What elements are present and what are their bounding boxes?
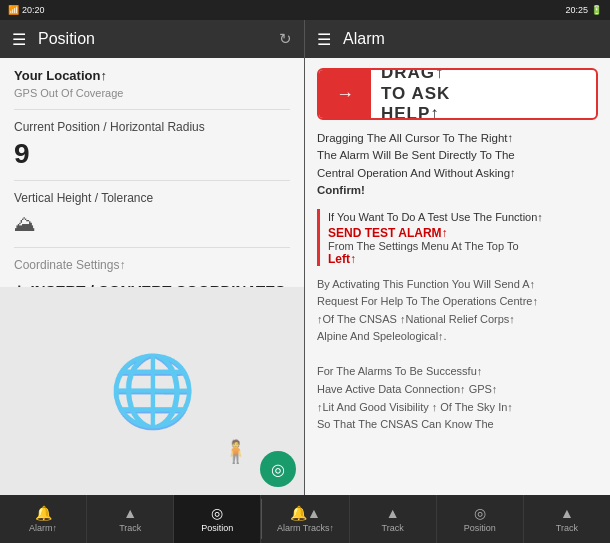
right-menu-icon[interactable]: ☰ — [317, 30, 331, 49]
coord-title: Coordinate Settings↑ — [14, 258, 290, 272]
location-icon: ◎ — [271, 460, 285, 479]
left-menu-icon[interactable]: ☰ — [12, 30, 26, 49]
globe-icon: 🌐 — [109, 350, 196, 432]
your-location-title: Your Location↑ — [14, 68, 290, 83]
mountain-icon: ⛰ — [14, 211, 290, 237]
tab-alarm[interactable]: 🔔 Alarm↑ — [0, 495, 87, 543]
alarm-tab-icon: 🔔 — [35, 505, 52, 521]
track-tab-icon-left: ▲ — [123, 505, 137, 521]
battery-icon: 🔋 — [591, 5, 602, 15]
refresh-icon[interactable]: ↻ — [279, 30, 292, 48]
divider-3 — [14, 247, 290, 248]
divider-1 — [14, 109, 290, 110]
tab-track-far-right[interactable]: ▲ Track — [524, 495, 610, 543]
alarm-info: By Activating This Function You Will Sen… — [317, 276, 598, 434]
alarm-note-text: If You Want To Do A Test Use The Functio… — [328, 209, 598, 226]
height-label: Vertical Height / Tolerance — [14, 191, 290, 205]
alarm-tab-label: Alarm↑ — [29, 523, 57, 533]
send-test-alarm-label: SEND TEST ALARM↑ — [328, 226, 598, 240]
radius-label: Current Position / Horizontal Radius — [14, 120, 290, 134]
right-panel: ☰ Alarm → DRAG↑ TO ASK HELP↑ Dragging Th… — [305, 20, 610, 495]
time-right: 20:25 — [565, 5, 588, 15]
right-header: ☰ Alarm — [305, 20, 610, 58]
alarm-slider[interactable]: → DRAG↑ TO ASK HELP↑ — [317, 68, 598, 120]
tab-bar: 🔔 Alarm↑ ▲ Track ◎ Position 🔔▲ Alarm Tra… — [0, 495, 610, 543]
track-tab-icon-right: ▲ — [386, 505, 400, 521]
gps-status: GPS Out Of Coverage — [14, 87, 290, 99]
divider-2 — [14, 180, 290, 181]
coordinate-section: Coordinate Settings↑ + INSERT / CONVERT … — [14, 258, 290, 287]
left-panel-title: Position — [38, 30, 267, 48]
main-area: ☰ Position ↻ Your Location↑ GPS Out Of C… — [0, 20, 610, 495]
status-bar-right: 20:25 🔋 — [565, 2, 602, 18]
position-tab-label-left: Position — [201, 523, 233, 533]
tab-track-left[interactable]: ▲ Track — [87, 495, 174, 543]
alarm-slider-button[interactable]: → — [319, 70, 371, 118]
right-content: → DRAG↑ TO ASK HELP↑ Dragging The All Cu… — [305, 58, 610, 495]
alarm-note-left: Left↑ — [328, 252, 598, 266]
alarm-tracks-tab-icon: 🔔▲ — [290, 505, 321, 521]
alarm-slider-label: DRAG↑ TO ASK HELP↑ — [371, 68, 460, 120]
alarm-note-sub: From The Settings Menu At The Top To — [328, 240, 598, 252]
status-bar: 📶 20:20 20:25 🔋 — [0, 0, 610, 20]
left-header: ☰ Position ↻ — [0, 20, 304, 58]
signal-icon: 📶 — [8, 5, 19, 15]
tab-alarm-tracks[interactable]: 🔔▲ Alarm Tracks↑ — [262, 495, 349, 543]
left-panel: ☰ Position ↻ Your Location↑ GPS Out Of C… — [0, 20, 305, 495]
position-tab-label-right: Position — [464, 523, 496, 533]
track-tab-label-far-right: Track — [556, 523, 578, 533]
position-tab-icon-right: ◎ — [474, 505, 486, 521]
left-content: Your Location↑ GPS Out Of Coverage Curre… — [0, 58, 304, 287]
tab-position-right[interactable]: ◎ Position — [437, 495, 524, 543]
radius-value: 9 — [14, 138, 290, 170]
person-figure: 🧍 — [222, 439, 249, 465]
track-tab-label-right: Track — [382, 523, 404, 533]
tab-track-right[interactable]: ▲ Track — [350, 495, 437, 543]
alarm-note: If You Want To Do A Test Use The Functio… — [317, 209, 598, 266]
alarm-tracks-tab-label: Alarm Tracks↑ — [277, 523, 334, 533]
track-tab-icon-far-right: ▲ — [560, 505, 574, 521]
track-tab-label-left: Track — [119, 523, 141, 533]
location-button[interactable]: ◎ — [260, 451, 296, 487]
right-panel-title: Alarm — [343, 30, 598, 48]
alarm-description: Dragging The All Cursor To The Right↑ Th… — [317, 130, 598, 199]
position-tab-icon-left: ◎ — [211, 505, 223, 521]
map-area: 🌐 🧍 ◎ — [0, 287, 304, 496]
time-left: 20:20 — [22, 5, 45, 15]
tab-position-left[interactable]: ◎ Position — [174, 495, 261, 543]
arrow-icon: → — [336, 84, 354, 105]
status-bar-left: 📶 20:20 — [8, 2, 45, 18]
